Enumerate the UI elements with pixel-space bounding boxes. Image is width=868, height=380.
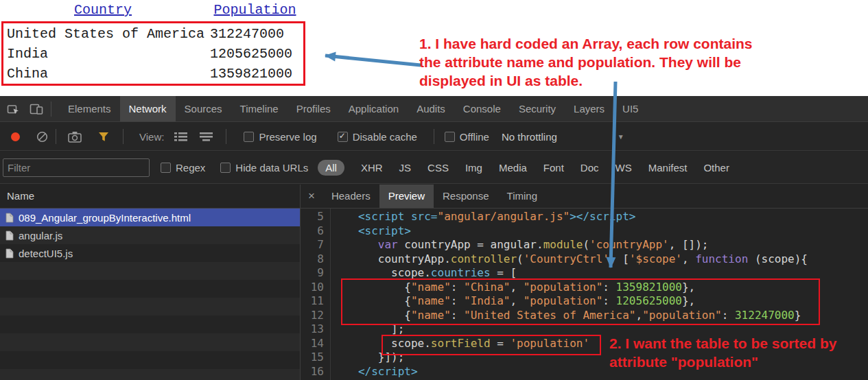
- line-number: 5: [301, 210, 324, 224]
- hide-data-urls-checkbox[interactable]: [220, 163, 231, 173]
- annotation-line: 2. I want the table to be sorted by: [609, 334, 836, 353]
- request-name: detectUI5.js: [19, 248, 73, 259]
- line-number: 8: [301, 252, 324, 267]
- toolbar-separator: [56, 129, 56, 144]
- line-number: 12: [301, 309, 324, 323]
- request-row-empty: [0, 316, 300, 333]
- code-line: <script>: [338, 224, 868, 239]
- devtools-main-tabbar: ElementsNetworkSourcesTimelineProfilesAp…: [0, 96, 868, 122]
- population-cell: 312247000: [209, 24, 284, 44]
- device-toolbar-icon[interactable]: [30, 103, 43, 115]
- record-button[interactable]: [11, 132, 20, 141]
- hide-data-urls-label: Hide data URLs: [235, 162, 308, 174]
- request-name: angular.js: [19, 230, 62, 241]
- toolbar-separator: [434, 129, 434, 144]
- regex-label: Regex: [176, 162, 205, 174]
- main-tab-security[interactable]: Security: [510, 96, 565, 121]
- code-gutter: 5678910111213141516: [301, 209, 331, 380]
- line-number: 6: [301, 224, 324, 239]
- type-filter-doc[interactable]: Doc: [580, 162, 599, 174]
- code-line: {"name": "India", "population": 12056250…: [338, 294, 868, 309]
- panel-tab-timing[interactable]: Timing: [498, 185, 546, 208]
- panel-tab-preview[interactable]: Preview: [379, 185, 434, 208]
- table-row: India 1205625000: [3, 44, 303, 64]
- request-row[interactable]: 089_Angular_groupByInteractive.html: [0, 209, 300, 226]
- country-column-header: Country: [1, 2, 204, 18]
- annotation-line: the attribute name and population. They …: [419, 53, 753, 71]
- toolbar-separator: [123, 129, 124, 144]
- main-tab-console[interactable]: Console: [454, 96, 510, 121]
- type-filter-other[interactable]: Other: [703, 162, 729, 174]
- toolbar-separator: [51, 102, 51, 117]
- main-tab-elements[interactable]: Elements: [59, 96, 120, 121]
- preserve-log-checkbox[interactable]: [244, 132, 254, 142]
- type-filter-js[interactable]: JS: [399, 162, 412, 174]
- page: Country Population United States of Amer…: [0, 0, 868, 380]
- type-filter-font[interactable]: Font: [543, 162, 564, 174]
- clear-icon[interactable]: [36, 131, 48, 143]
- panel-tab-headers[interactable]: Headers: [322, 185, 379, 208]
- country-cell: China: [3, 64, 209, 84]
- type-filter-manifest[interactable]: Manifest: [648, 162, 688, 174]
- regex-checkbox[interactable]: [161, 163, 171, 173]
- disable-cache-checkbox[interactable]: [338, 132, 348, 142]
- code-line: var countryApp = angular.module('country…: [338, 238, 868, 252]
- population-column-header: Population: [204, 2, 305, 18]
- annotation-note-2: 2. I want the table to be sorted by attr…: [609, 334, 836, 371]
- filter-funnel-icon[interactable]: [98, 132, 109, 142]
- request-row[interactable]: angular.js: [0, 226, 300, 244]
- request-list-body: 089_Angular_groupByInteractive.htmlangul…: [0, 209, 300, 380]
- country-cell: India: [3, 44, 209, 64]
- close-icon[interactable]: ×: [301, 189, 322, 203]
- detail-tabbar: × HeadersPreviewResponseTiming: [301, 185, 868, 209]
- offline-checkbox[interactable]: [445, 132, 455, 142]
- request-row-empty: [0, 280, 300, 298]
- type-filter-css[interactable]: CSS: [427, 162, 449, 174]
- request-name: 089_Angular_groupByInteractive.html: [19, 212, 191, 224]
- request-row-empty: [0, 333, 300, 351]
- population-cell: 1205625000: [209, 44, 292, 64]
- offline-label: Offline: [460, 131, 489, 143]
- line-number: 11: [301, 294, 324, 309]
- panel-tab-response[interactable]: Response: [434, 185, 498, 208]
- network-filter-bar: Regex Hide data URLs AllXHRJSCSSImgMedia…: [0, 152, 868, 184]
- inspect-element-icon[interactable]: [6, 102, 20, 116]
- type-filter-ws[interactable]: WS: [615, 162, 632, 174]
- code-line: scope.countries = [: [338, 266, 868, 281]
- main-tab-ui5[interactable]: UI5: [613, 96, 647, 121]
- annotation-note-1: 1. I have hard coded an Array, each row …: [419, 34, 753, 90]
- panel-divider[interactable]: [300, 185, 301, 380]
- main-tab-audits[interactable]: Audits: [408, 96, 454, 121]
- line-number: 15: [301, 351, 324, 365]
- main-tab-timeline[interactable]: Timeline: [231, 96, 288, 121]
- type-filter-all[interactable]: All: [318, 160, 344, 176]
- main-tab-layers[interactable]: Layers: [565, 96, 613, 121]
- main-tab-sources[interactable]: Sources: [176, 96, 231, 121]
- main-tab-profiles[interactable]: Profiles: [288, 96, 340, 121]
- screenshot-camera-icon[interactable]: [68, 131, 82, 143]
- type-filter-media[interactable]: Media: [499, 162, 527, 174]
- main-tab-application[interactable]: Application: [340, 96, 408, 121]
- country-table-highlight-box: United States of America 312247000 India…: [1, 21, 305, 86]
- view-list-icon[interactable]: [174, 131, 188, 142]
- request-row[interactable]: detectUI5.js: [0, 244, 300, 262]
- type-filter-img[interactable]: Img: [465, 162, 482, 174]
- file-icon: [5, 248, 14, 259]
- code-line: {"name": "China", "population": 13598210…: [338, 281, 868, 295]
- type-filter-xhr[interactable]: XHR: [361, 162, 383, 174]
- file-icon: [5, 230, 14, 241]
- country-cell: United States of America: [3, 24, 209, 44]
- request-list-header: Name: [0, 185, 300, 209]
- network-toolbar: View: Preserve log Disable cache Offline…: [0, 123, 868, 151]
- type-filter-strip: AllXHRJSCSSImgMediaFontDocWSManifestOthe…: [308, 160, 729, 176]
- main-tab-network[interactable]: Network: [120, 96, 176, 121]
- code-line: countryApp.controller('CountryCtrl', ['$…: [338, 252, 868, 267]
- line-number: 7: [301, 238, 324, 252]
- view-label: View:: [139, 131, 164, 143]
- throttling-select[interactable]: No throttling: [502, 131, 557, 143]
- view-overview-icon[interactable]: [199, 131, 213, 142]
- throttling-caret-icon[interactable]: ▼: [618, 133, 624, 141]
- line-number: 16: [301, 365, 324, 379]
- panel-tab-strip: HeadersPreviewResponseTiming: [322, 185, 546, 208]
- filter-input[interactable]: [3, 158, 150, 177]
